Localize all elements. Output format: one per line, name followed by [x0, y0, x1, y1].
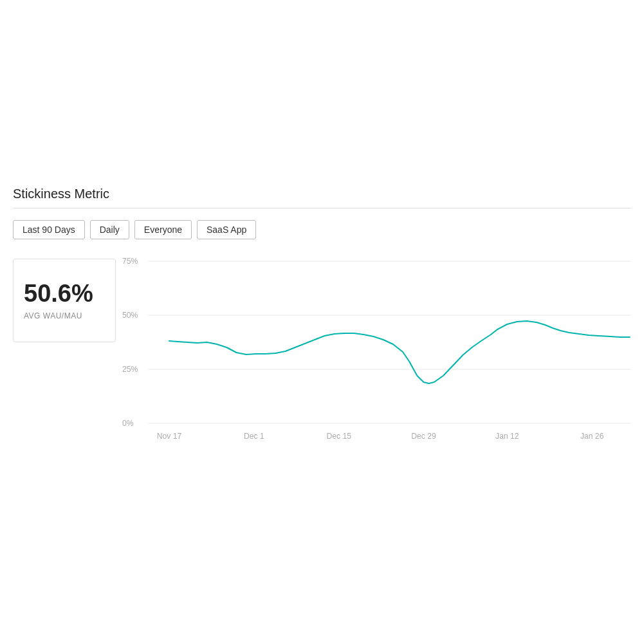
y-label-25: 25% — [122, 365, 138, 374]
stat-value: 50.6% — [24, 281, 105, 308]
x-label-dec1: Dec 1 — [244, 432, 264, 441]
y-label-0: 0% — [122, 419, 134, 428]
page-container: Stickiness Metric Last 90 Days Daily Eve… — [0, 0, 644, 465]
filter-bar: Last 90 Days Daily Everyone SaaS App — [13, 220, 631, 239]
y-label-75: 75% — [122, 257, 138, 266]
y-label-50: 50% — [122, 311, 138, 320]
x-label-jan26: Jan 26 — [580, 432, 604, 441]
x-label-dec29: Dec 29 — [411, 432, 436, 441]
x-label-nov17: Nov 17 — [157, 432, 182, 441]
section-title: Stickiness Metric — [13, 187, 631, 201]
section-divider — [13, 208, 631, 208]
chart-svg: 75% 50% 25% 0% Nov 17 Dec 1 Dec 15 Dec 2… — [122, 252, 631, 452]
chart-line — [169, 321, 630, 383]
x-label-jan12: Jan 12 — [495, 432, 519, 441]
x-label-dec15: Dec 15 — [326, 432, 351, 441]
filter-last-90-days[interactable]: Last 90 Days — [13, 220, 85, 239]
filter-daily[interactable]: Daily — [90, 220, 129, 239]
chart-wrapper: 75% 50% 25% 0% Nov 17 Dec 1 Dec 15 Dec 2… — [122, 252, 631, 452]
filter-saas-app[interactable]: SaaS App — [197, 220, 256, 239]
stat-label: AVG WAU/MAU — [24, 311, 105, 320]
stat-card: 50.6% AVG WAU/MAU — [13, 259, 116, 342]
chart-area: 50.6% AVG WAU/MAU 75% 50% 25% 0% No — [13, 252, 631, 452]
filter-everyone[interactable]: Everyone — [134, 220, 192, 239]
